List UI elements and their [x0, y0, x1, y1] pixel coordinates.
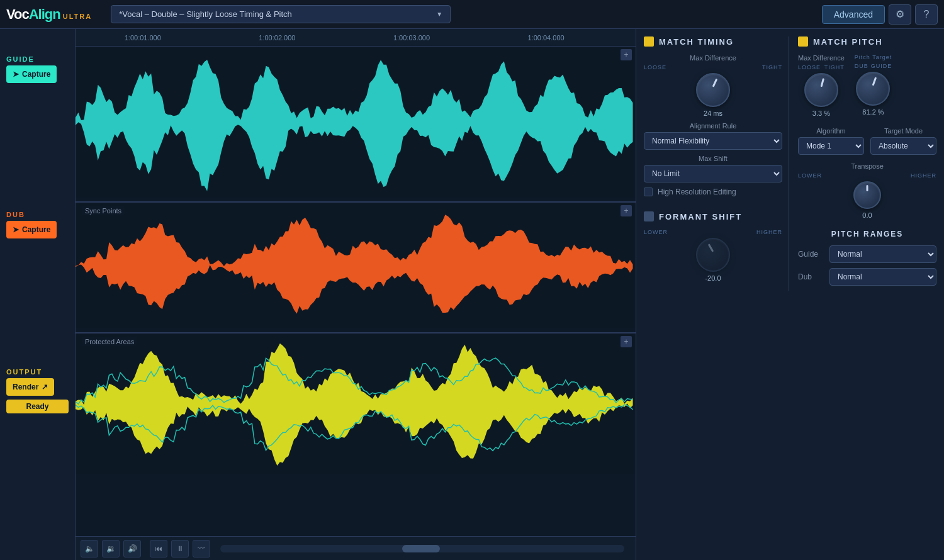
guide-label: GUIDE — [6, 55, 69, 63]
guide-capture-button[interactable]: ➤ Capture — [6, 65, 57, 83]
transpose-lower-label: LOWER — [798, 172, 822, 179]
tight-label-pitch: TIGHT — [824, 64, 845, 70]
tight-label-timing: TIGHT — [762, 64, 782, 70]
sync-points-label: Sync Points — [82, 206, 125, 215]
help-button[interactable]: ? — [915, 4, 938, 25]
pitch-knobs-row: Max Difference LOOSE TIGHT 3.3 % Pitch T… — [798, 54, 936, 117]
alignment-rule-select[interactable]: Normal Flexibility Tight Flexibility Loo… — [644, 132, 782, 150]
match-pitch-panel: MATCH PITCH Max Difference LOOSE TIGHT 3… — [789, 36, 936, 291]
high-res-checkbox[interactable] — [644, 188, 653, 196]
guide-waveform[interactable] — [76, 47, 636, 198]
guide-expand-button[interactable]: + — [621, 49, 632, 60]
pause-button[interactable]: ⏸ — [171, 540, 189, 557]
formant-shift-header: FORMANT SHIFT — [644, 211, 782, 221]
transpose-label: Transpose — [851, 162, 884, 170]
formant-shift-knob[interactable] — [696, 238, 730, 272]
volume-mid-button[interactable]: 🔉 — [102, 540, 120, 557]
formant-shift-section: FORMANT SHIFT LOWER HIGHER -20.0 — [644, 205, 782, 288]
pitch-target-value: 81.2 % — [862, 108, 884, 116]
output-canvas — [76, 333, 636, 474]
timeline: 1:00:01.000 1:00:02.000 1:00:03.000 1:00… — [76, 29, 636, 47]
ready-badge: Ready — [6, 400, 69, 413]
main-layout: GUIDE ➤ Capture DUB ➤ Capture OUTPUT Ren… — [0, 29, 944, 560]
scrollbar-thumb — [402, 545, 440, 552]
max-diff-pitch-value: 3.3 % — [812, 109, 830, 117]
app-logo: VocAlign ULTRA — [6, 6, 92, 23]
formant-lower-label: LOWER — [644, 229, 668, 235]
loose-label-timing: LOOSE — [644, 64, 666, 70]
formant-shift-container: LOWER HIGHER -20.0 — [644, 229, 782, 282]
max-diff-pitch-label: Max Difference — [798, 54, 845, 62]
formant-shift-toggle[interactable] — [644, 211, 654, 221]
pitch-target-label: Pitch Target — [855, 54, 892, 60]
guide-range-label: Guide — [798, 250, 823, 259]
rewind-button[interactable]: ⏮ — [150, 540, 167, 557]
algorithm-select[interactable]: Mode 1 Mode 2 — [798, 137, 864, 155]
dub-expand-button[interactable]: + — [621, 205, 632, 216]
settings-button[interactable]: ⚙ — [889, 4, 911, 25]
center-area: 1:00:01.000 1:00:02.000 1:00:03.000 1:00… — [76, 29, 636, 560]
timeline-marker-3: 1:00:03.000 — [393, 34, 430, 42]
transpose-value: 0.0 — [862, 211, 872, 219]
preset-dropdown[interactable]: *Vocal – Double – Slightly Loose Timing … — [111, 5, 451, 23]
transpose-knob[interactable] — [853, 181, 881, 209]
max-difference-timing-container: Max Difference LOOSE TIGHT 24 ms — [644, 54, 782, 117]
loop-button[interactable]: 〰 — [193, 540, 210, 557]
output-expand-button[interactable]: + — [621, 336, 632, 347]
transpose-higher-label: HIGHER — [911, 172, 936, 179]
formant-higher-label: HIGHER — [756, 229, 782, 235]
guide-label-pitch: GUIDE — [871, 63, 892, 69]
top-bar-right: Advanced ⚙ ? — [822, 4, 938, 25]
dub-range-select[interactable]: Normal High Low — [829, 268, 936, 286]
dub-label: DUB — [6, 211, 69, 218]
protected-areas-label: Protected Areas — [82, 337, 137, 346]
match-pitch-title: MATCH PITCH — [813, 37, 883, 47]
pitch-ranges-section: PITCH RANGES Guide Normal High Low Dub — [798, 228, 936, 286]
pitch-target-container: Pitch Target DUB GUIDE 81.2 % — [855, 54, 892, 117]
dub-capture-button[interactable]: ➤ Capture — [6, 221, 57, 238]
pitch-target-knob[interactable] — [856, 72, 890, 106]
formant-shift-title: FORMANT SHIFT — [659, 212, 742, 221]
output-waveform[interactable] — [76, 333, 636, 474]
dropdown-arrow-icon: ▼ — [436, 11, 442, 18]
max-shift-row: Max Shift No Limit 100ms 200ms — [644, 155, 782, 182]
high-res-label: High Resolution Editing — [658, 188, 736, 196]
algorithm-param: Algorithm Mode 1 Mode 2 — [798, 127, 864, 155]
timeline-marker-4: 1:00:04.000 — [528, 34, 565, 42]
volume-button[interactable]: 🔊 — [123, 540, 141, 557]
guide-range-select[interactable]: Normal High Low — [829, 245, 936, 263]
mute-button[interactable]: 🔈 — [81, 540, 98, 557]
transpose-container: Transpose LOWER HIGHER 0.0 — [798, 162, 936, 219]
top-bar: VocAlign ULTRA *Vocal – Double – Slightl… — [0, 0, 944, 29]
dub-waveform-section: Sync Points + — [76, 203, 636, 333]
dub-label-pitch: DUB — [855, 63, 868, 69]
max-shift-select[interactable]: No Limit 100ms 200ms — [644, 165, 782, 182]
target-mode-label: Target Mode — [870, 127, 936, 135]
dub-canvas — [76, 203, 636, 328]
match-timing-title: MATCH TIMING — [659, 37, 734, 47]
left-panel: GUIDE ➤ Capture DUB ➤ Capture OUTPUT Ren… — [0, 29, 76, 560]
timeline-marker-2: 1:00:02.000 — [259, 34, 295, 42]
output-label: OUTPUT — [6, 368, 69, 376]
max-diff-pitch-container: Max Difference LOOSE TIGHT 3.3 % — [798, 54, 845, 117]
guide-canvas — [76, 47, 636, 198]
match-timing-header: MATCH TIMING — [644, 36, 782, 47]
right-top: MATCH TIMING Max Difference LOOSE TIGHT … — [644, 36, 936, 291]
match-pitch-header: MATCH PITCH — [798, 36, 936, 47]
alignment-rule-row: Alignment Rule Normal Flexibility Tight … — [644, 122, 782, 150]
target-mode-select[interactable]: Absolute Relative — [870, 137, 936, 155]
advanced-button[interactable]: Advanced — [822, 5, 885, 24]
output-waveform-section: Protected Areas + — [76, 333, 636, 536]
max-diff-timing-knob[interactable] — [696, 73, 730, 107]
dub-range-label: Dub — [798, 272, 823, 281]
max-diff-pitch-knob[interactable] — [804, 73, 838, 107]
guide-waveform-section: + — [76, 47, 636, 203]
render-button[interactable]: Render ↗ — [6, 378, 54, 396]
match-timing-toggle[interactable] — [644, 36, 654, 47]
alignment-rule-label: Alignment Rule — [644, 122, 782, 130]
transport-bar: 🔈 🔉 🔊 ⏮ ⏸ 〰 — [76, 536, 636, 560]
match-pitch-toggle[interactable] — [798, 36, 808, 47]
dub-waveform[interactable] — [76, 203, 636, 328]
max-diff-timing-label: Max Difference — [690, 54, 736, 62]
timeline-scrollbar[interactable] — [220, 545, 624, 552]
